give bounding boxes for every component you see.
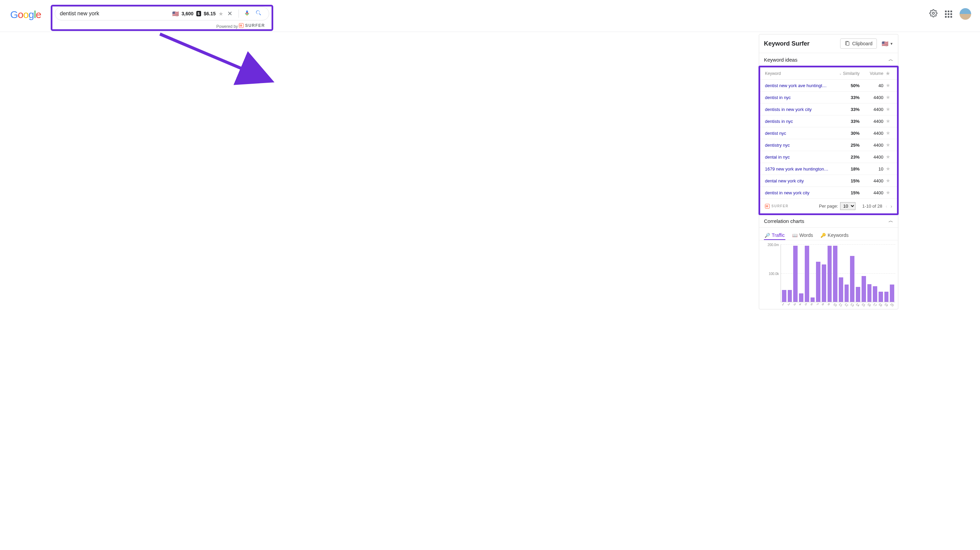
powered-by: Powered by SURFER [55, 23, 269, 29]
svg-point-0 [932, 12, 934, 14]
dollar-icon: $ [196, 11, 201, 16]
search-input[interactable] [60, 11, 172, 17]
account-avatar[interactable] [959, 8, 971, 20]
surfer-logo-icon [239, 23, 243, 28]
divider [239, 10, 239, 18]
google-header: Google 🇺🇸 3,600 $ $6.15 ★ ✕ Po [0, 0, 980, 32]
search-bar: 🇺🇸 3,600 $ $6.15 ★ ✕ [55, 7, 269, 21]
header-right [929, 8, 971, 20]
clear-search-icon[interactable]: ✕ [226, 10, 234, 18]
flag-us-icon: 🇺🇸 [172, 11, 179, 17]
google-apps-icon[interactable] [945, 11, 952, 18]
google-logo[interactable]: Google [10, 9, 41, 21]
search-volume: 3,600 [182, 11, 194, 16]
search-submit-icon[interactable] [253, 10, 264, 18]
search-cpc: $6.15 [204, 11, 216, 16]
voice-search-icon[interactable] [243, 10, 250, 18]
favorite-star-icon[interactable]: ★ [218, 11, 223, 17]
search-overlay-meta: 🇺🇸 3,600 $ $6.15 ★ ✕ [172, 10, 264, 18]
search-wrap: 🇺🇸 3,600 $ $6.15 ★ ✕ Powered by SURFER [55, 7, 269, 29]
settings-gear-icon[interactable] [929, 9, 937, 19]
